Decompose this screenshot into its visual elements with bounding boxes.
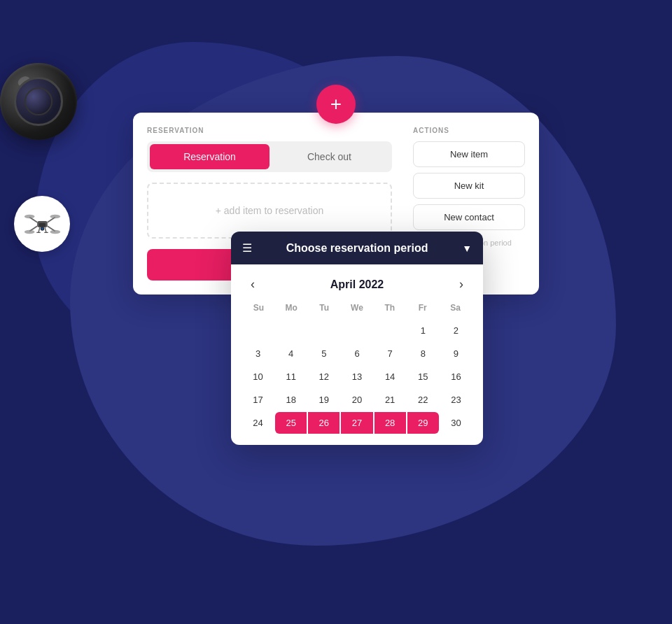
calendar-grid: SuMoTuWeThFrSa 1234567891011121314151617…	[231, 300, 483, 445]
day-cell-empty	[242, 320, 274, 341]
svg-point-9	[50, 229, 60, 234]
day-header-th: Th	[373, 300, 406, 315]
hamburger-icon[interactable]: ☰	[242, 241, 252, 255]
day-cell-20[interactable]: 20	[341, 389, 372, 411]
drone-image	[14, 196, 70, 252]
svg-line-12	[38, 227, 40, 232]
svg-point-7	[50, 214, 60, 218]
day-cell-1[interactable]: 1	[407, 320, 439, 341]
day-header-fr: Fr	[406, 300, 439, 315]
day-cell-22[interactable]: 22	[407, 389, 439, 411]
day-cell-empty	[308, 320, 340, 341]
svg-point-8	[24, 229, 34, 234]
day-header-we: We	[341, 300, 374, 315]
day-cell-3[interactable]: 3	[242, 343, 274, 364]
svg-rect-1	[38, 222, 45, 227]
day-cell-25[interactable]: 25	[275, 412, 307, 434]
svg-line-13	[45, 227, 46, 232]
day-cell-11[interactable]: 11	[275, 366, 307, 388]
day-cell-13[interactable]: 13	[341, 366, 372, 388]
day-cell-15[interactable]: 15	[407, 366, 439, 388]
actions-label: ACTIONS	[413, 127, 525, 134]
day-cell-29[interactable]: 29	[407, 412, 439, 434]
day-header-su: Su	[242, 300, 275, 315]
day-cell-empty	[374, 320, 406, 341]
day-cell-4[interactable]: 4	[275, 343, 307, 364]
ui-container: + RESERVATION Reservation Check out + ad…	[91, 85, 581, 560]
day-header-tu: Tu	[308, 300, 341, 315]
day-cell-30[interactable]: 30	[440, 412, 472, 434]
tab-reservation[interactable]: Reservation	[150, 144, 270, 169]
day-cell-19[interactable]: 19	[308, 389, 340, 411]
day-cell-8[interactable]: 8	[407, 343, 439, 364]
plus-icon: +	[330, 93, 342, 115]
day-cell-12[interactable]: 12	[308, 366, 340, 388]
day-cell-28[interactable]: 28	[374, 412, 406, 434]
prev-month-button[interactable]: ‹	[245, 274, 260, 295]
next-month-button[interactable]: ›	[454, 274, 469, 295]
svg-point-6	[24, 214, 34, 218]
day-cell-21[interactable]: 21	[374, 389, 406, 411]
filter-icon[interactable]: ▼	[462, 243, 472, 254]
new-kit-button[interactable]: New kit	[413, 173, 525, 199]
day-cell-6[interactable]: 6	[341, 343, 372, 364]
reservation-label: RESERVATION	[147, 127, 392, 134]
add-item-area[interactable]: + add item to reservation	[147, 183, 392, 239]
calendar-header-title: Choose reservation period	[260, 242, 454, 255]
camera-lens-image	[0, 63, 77, 140]
day-header-sa: Sa	[439, 300, 472, 315]
day-cell-27[interactable]: 27	[341, 412, 372, 434]
new-contact-button[interactable]: New contact	[413, 204, 525, 230]
new-item-button[interactable]: New item	[413, 141, 525, 167]
tab-switcher: Reservation Check out	[147, 141, 392, 172]
day-cell-empty	[341, 320, 372, 341]
day-cell-2[interactable]: 2	[440, 320, 472, 341]
day-cell-23[interactable]: 23	[440, 389, 472, 411]
svg-point-11	[41, 227, 43, 230]
day-cell-17[interactable]: 17	[242, 389, 274, 411]
calendar-header: ☰ Choose reservation period ▼	[231, 232, 483, 264]
calendar-nav: ‹ April 2022 ›	[231, 264, 483, 300]
calendar-card: ☰ Choose reservation period ▼ ‹ April 20…	[231, 232, 483, 445]
month-year-label: April 2022	[330, 278, 384, 291]
tab-checkout[interactable]: Check out	[270, 144, 389, 169]
plus-button[interactable]: +	[316, 85, 356, 124]
day-header-mo: Mo	[275, 300, 308, 315]
day-cell-5[interactable]: 5	[308, 343, 340, 364]
day-headers: SuMoTuWeThFrSa	[242, 300, 472, 315]
day-cell-empty	[275, 320, 307, 341]
add-item-text: + add item to reservation	[216, 205, 323, 216]
days-grid: 1234567891011121314151617181920212223242…	[242, 320, 472, 434]
day-cell-14[interactable]: 14	[374, 366, 406, 388]
day-cell-26[interactable]: 26	[308, 412, 340, 434]
day-cell-7[interactable]: 7	[374, 343, 406, 364]
day-cell-18[interactable]: 18	[275, 389, 307, 411]
day-cell-10[interactable]: 10	[242, 366, 274, 388]
day-cell-16[interactable]: 16	[440, 366, 472, 388]
day-cell-9[interactable]: 9	[440, 343, 472, 364]
day-cell-24[interactable]: 24	[242, 412, 274, 434]
